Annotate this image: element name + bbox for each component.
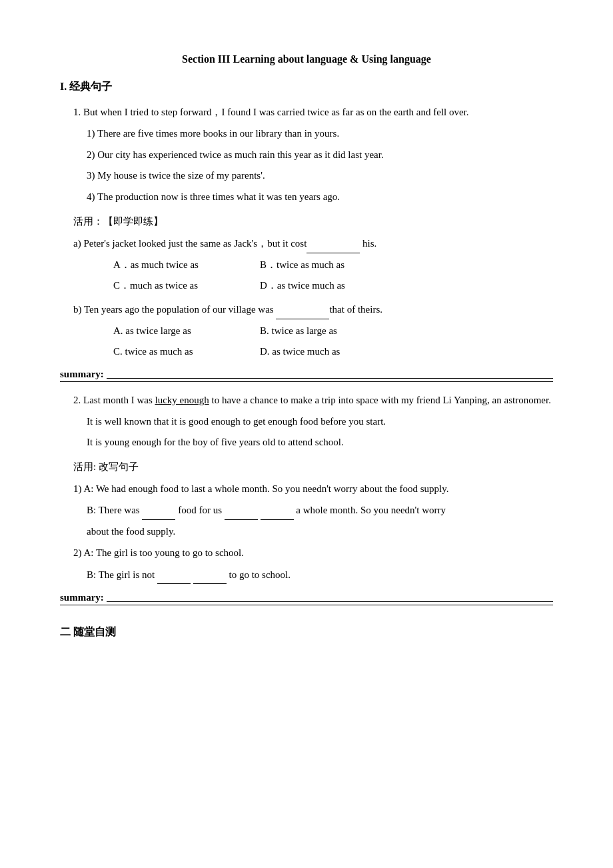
qa-options: A．as much twice as B．twice as much as xyxy=(113,256,553,274)
qb-blank xyxy=(276,300,329,319)
qa-blank xyxy=(306,234,360,253)
qa-option-a: A．as much twice as xyxy=(113,256,220,274)
qa-option-d: D．as twice much as xyxy=(260,277,366,295)
section1-heading: I. 经典句子 xyxy=(60,80,553,94)
page-title: Section III Learning about language & Us… xyxy=(60,53,553,65)
qb-option-c: C. twice as much as xyxy=(113,343,220,361)
qb-options-row2: C. twice as much as D. as twice much as xyxy=(113,343,553,361)
summary2: summary: xyxy=(60,592,553,605)
q2-lucky-phrase: lucky enough xyxy=(155,395,209,405)
qb-option-b: B. twice as large as xyxy=(260,322,366,340)
q1-sub2: 2) Our city has experienced twice as muc… xyxy=(87,146,553,165)
q1-main: 1. But when I tried to step forward，I fo… xyxy=(73,103,553,122)
summary2-label: summary: xyxy=(60,592,104,603)
q2-1b-cont: about the food supply. xyxy=(87,523,553,541)
activity1-label: 活用：【即学即练】 xyxy=(73,213,553,231)
activity2-label: 活用: 改写句子 xyxy=(73,459,553,476)
q2-sub2: It is young enough for the boy of five y… xyxy=(87,433,553,452)
summary1-underline xyxy=(107,378,553,379)
qb-text: b) Ten years ago the population of our v… xyxy=(73,300,553,319)
blank4 xyxy=(157,565,191,585)
q1-sub3: 3) My house is twice the size of my pare… xyxy=(87,167,553,185)
blank1 xyxy=(142,501,175,520)
q2-main: 2. Last month I was lucky enough to have… xyxy=(73,391,553,410)
q1-sub1: 1) There are five times more books in ou… xyxy=(87,125,553,143)
q2-2b: B: The girl is not to go to school. xyxy=(87,565,553,585)
qa-options-row2: C．much as twice as D．as twice much as xyxy=(113,277,553,295)
qa-text: a) Peter's jacket looked just the same a… xyxy=(73,234,553,253)
summary2-underline xyxy=(107,601,553,602)
qb-options: A. as twice large as B. twice as large a… xyxy=(113,322,553,340)
blank3 xyxy=(261,501,294,520)
qa-option-b: B．twice as much as xyxy=(260,256,366,274)
q2-2a: 2) A: The girl is too young to go to sch… xyxy=(73,544,553,563)
summary1-label: summary: xyxy=(60,369,104,380)
q2-1b: B: There was food for us a whole month. … xyxy=(87,501,553,520)
q2-1a: 1) A: We had enough food to last a whole… xyxy=(73,480,553,499)
summary1: summary: xyxy=(60,369,553,382)
qa-option-c: C．much as twice as xyxy=(113,277,220,295)
q2-sub1: It is well known that it is good enough … xyxy=(87,413,553,431)
blank2 xyxy=(225,501,258,520)
qb-option-a: A. as twice large as xyxy=(113,322,220,340)
qb-option-d: D. as twice much as xyxy=(260,343,366,361)
blank5 xyxy=(193,565,227,585)
q1-sub4: 4) The production now is three times wha… xyxy=(87,188,553,207)
section2-heading: 二 随堂自测 xyxy=(60,625,553,639)
